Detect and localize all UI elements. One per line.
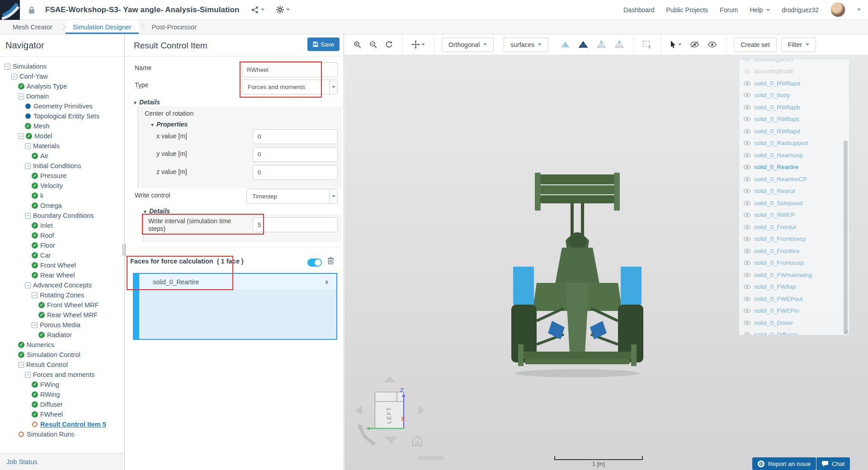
tree-item-air[interactable]: ✓Air — [0, 151, 124, 161]
tree-item-omega[interactable]: ✓Omega — [0, 201, 124, 211]
visibility-eye-icon[interactable] — [744, 105, 750, 110]
collapse-minus-icon[interactable]: − — [25, 213, 31, 219]
solids-list-item-boundingbox5[interactable]: boundingBox5 — [739, 59, 849, 66]
render-solid-button[interactable] — [558, 39, 572, 51]
tree-item-topological-entity-sets[interactable]: Topological Entity Sets — [0, 111, 124, 121]
select-arrow-icon[interactable] — [329, 189, 337, 203]
refresh-view-button[interactable] — [383, 39, 395, 50]
visibility-eye-icon[interactable] — [744, 69, 750, 74]
collapse-minus-icon[interactable]: − — [5, 64, 10, 70]
solids-list-item-solid-0-rwflapb[interactable]: solid_0_RWflapb — [739, 101, 849, 113]
collapse-minus-icon[interactable]: − — [25, 282, 31, 288]
rotate-left-arrow[interactable] — [355, 406, 362, 415]
tree-item-front-wheel-mrf[interactable]: ✓Front Wheel MRF — [0, 300, 124, 310]
collapse-minus-icon[interactable]: − — [11, 74, 17, 80]
visibility-eye-icon[interactable] — [744, 141, 750, 146]
visibility-eye-icon[interactable] — [744, 164, 750, 169]
select-arrow-icon[interactable] — [329, 80, 337, 94]
solids-list-item-solid-0-fronttirecp[interactable]: solid_0_Fronttirecp — [739, 233, 849, 245]
pan-move-button[interactable] — [410, 38, 427, 51]
chevron-down-icon[interactable] — [857, 9, 861, 11]
visibility-eye-icon[interactable] — [744, 177, 750, 182]
tree-item-rotating-zones[interactable]: −Rotating Zones — [0, 290, 124, 300]
visibility-eye-icon[interactable] — [744, 320, 750, 325]
solids-list-item-solid-0-sidepood[interactable]: solid_0_Sidepood — [739, 197, 849, 209]
tree-item-floor[interactable]: ✓Floor — [0, 240, 124, 250]
visibility-eye-icon[interactable] — [744, 129, 750, 134]
visibility-eye-icon[interactable] — [744, 260, 750, 265]
tree-item-radiator[interactable]: ✓Radiator — [0, 330, 124, 340]
collapse-minus-icon[interactable]: − — [18, 133, 24, 139]
tree-item-simulation-runs[interactable]: Simulation Runs — [0, 429, 124, 439]
solids-list-item-solid-0-reartire[interactable]: solid_0_Reartire — [739, 161, 849, 174]
visibility-eye-icon[interactable] — [744, 308, 750, 313]
solids-list-item-solid-0-body[interactable]: solid_0_body — [739, 89, 849, 102]
rotate-right-arrow[interactable] — [418, 406, 425, 415]
nav-help[interactable]: Help — [750, 6, 770, 14]
nav-forum[interactable]: Forum — [720, 6, 738, 14]
visibility-eye-icon[interactable] — [744, 273, 750, 277]
write-control-select[interactable]: Timestep — [246, 189, 338, 204]
visibility-eye-icon[interactable] — [744, 249, 750, 254]
tree-item-numerics[interactable]: ✓Numerics — [0, 340, 124, 350]
rotate-up-arrow[interactable] — [384, 376, 396, 382]
name-input[interactable] — [242, 62, 338, 77]
zoom-out-button[interactable] — [368, 39, 379, 50]
collapse-minus-icon[interactable]: − — [18, 362, 24, 368]
tree-item-result-control[interactable]: −Result Control — [0, 360, 124, 370]
tree-item-simulations[interactable]: −Simulations — [0, 61, 124, 71]
visibility-eye-icon[interactable] — [744, 225, 750, 230]
visibility-eye-icon[interactable] — [744, 296, 750, 301]
nav-public-projects[interactable]: Public Projects — [666, 6, 708, 14]
collapse-minus-icon[interactable]: − — [18, 94, 24, 99]
solids-list-item-solid-0-rwep[interactable]: solid_0_RWEP — [739, 209, 849, 221]
visibility-eye-icon[interactable] — [744, 212, 750, 217]
user-avatar[interactable] — [830, 2, 845, 17]
face-list-item[interactable]: solid_0_Reartire x — [139, 274, 336, 290]
render-points-button[interactable] — [613, 39, 626, 51]
solids-list-item-solid-0-frontsusp[interactable]: solid_0_Frontsusp — [739, 257, 849, 269]
details-section-header[interactable]: ▼Details — [133, 99, 160, 106]
solids-list-item-solid-0-rearur[interactable]: solid_0_Rearur — [739, 185, 849, 197]
tree-item-conf-yaw[interactable]: −Conf-Yaw — [0, 71, 124, 81]
box-select-button[interactable] — [641, 39, 654, 51]
solids-list-item-solid-0-rwflapa[interactable]: solid_0_RWflapa — [739, 77, 849, 89]
tree-item-fwheel[interactable]: ✓FWheel — [0, 409, 124, 419]
solids-list-item-solid-0-driver[interactable]: solid_0_Driver — [739, 317, 849, 329]
show-all-button[interactable] — [706, 39, 719, 50]
tree-item-rwing[interactable]: ✓RWing — [0, 390, 124, 400]
tree-item-inlet[interactable]: ✓Inlet — [0, 221, 124, 230]
solids-list-item-solid-0-fwmainwing[interactable]: solid_0_FWmainwing — [739, 269, 849, 281]
collapse-minus-icon[interactable]: − — [25, 163, 31, 169]
panel-resize-grip[interactable] — [843, 329, 849, 334]
tree-item-analysis-type[interactable]: ✓Analysis Type — [0, 81, 124, 91]
panel-resize-handle[interactable] — [123, 244, 126, 256]
roll-rotate-arrow[interactable] — [358, 424, 376, 446]
solids-list-item-solid-0-fwflap[interactable]: solid_0_FWflap — [739, 281, 849, 293]
tree-item-forces-and-moments[interactable]: −Forces and moments — [0, 370, 124, 380]
render-wireframe-button[interactable] — [594, 39, 608, 51]
tree-item-pressure[interactable]: ✓Pressure — [0, 171, 124, 181]
z-value-input[interactable] — [253, 165, 338, 180]
y-value-input[interactable] — [253, 147, 338, 162]
tree-item-initial-conditions[interactable]: −Initial Conditions — [0, 161, 124, 171]
filter-dropdown[interactable]: Filter — [781, 38, 816, 52]
details2-section-header[interactable]: ▼Details — [143, 207, 170, 215]
username[interactable]: drodriguez32 — [782, 6, 819, 14]
tree-item-domain[interactable]: −Domain — [0, 91, 124, 101]
solids-list-item-boundingbox6[interactable]: boundingBox6 — [739, 66, 849, 78]
faces-visibility-toggle[interactable] — [307, 258, 322, 267]
solids-list-item-solid-0-rwflapd[interactable]: solid_0_RWflapd — [739, 125, 849, 137]
visibility-eye-icon[interactable] — [744, 201, 750, 206]
home-view-button[interactable] — [413, 436, 422, 446]
x-value-input[interactable] — [253, 129, 338, 144]
tree-item-geometry-primitives[interactable]: Geometry Primitives — [0, 101, 124, 111]
simscale-logo[interactable] — [0, 0, 20, 20]
tree-item-simulation-control[interactable]: ✓Simulation Control — [0, 350, 124, 360]
viewport-3d-canvas[interactable]: Orthogonal surfaces — [344, 34, 868, 470]
tree-item-model[interactable]: −✓Model — [0, 131, 124, 141]
visibility-eye-icon[interactable] — [744, 81, 750, 86]
tree-item-advanced-concepts[interactable]: −Advanced Concepts — [0, 280, 124, 290]
tree-item-fwing[interactable]: ✓FWing — [0, 380, 124, 390]
solids-list-item-solid-0-fwepout[interactable]: solid_0_FWEPout — [739, 293, 849, 305]
